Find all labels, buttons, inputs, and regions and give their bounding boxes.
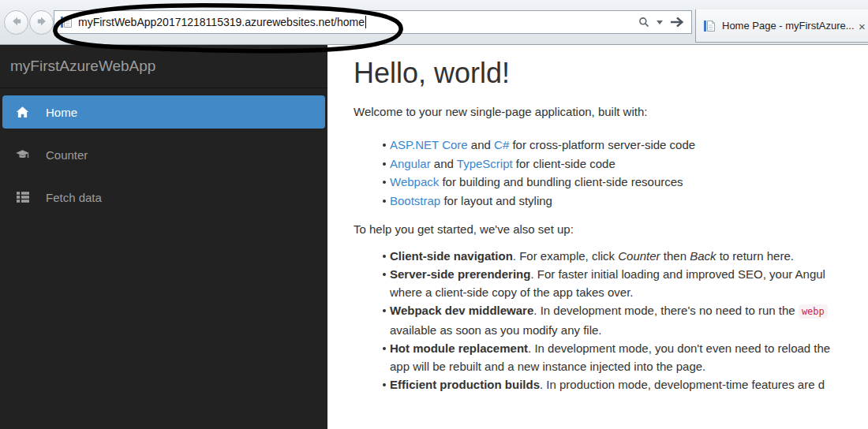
- graduation-cap-icon: [16, 148, 29, 162]
- tab-close-icon[interactable]: ×: [859, 20, 866, 32]
- link-bootstrap[interactable]: Bootstrap: [390, 194, 440, 207]
- list-line: where a client-side copy of the app take…: [390, 283, 868, 301]
- setup-intro-paragraph: To help you get started, we've also set …: [354, 221, 868, 237]
- list-line: Hot module replacement. In development m…: [390, 339, 868, 357]
- sidebar-item-label: Counter: [46, 148, 88, 162]
- browser-tab[interactable]: Home Page - myFirstAzure... ×: [695, 9, 868, 43]
- italic-text: Counter: [618, 249, 660, 263]
- sidebar-item-counter[interactable]: Counter: [2, 138, 325, 171]
- sidebar: myFirstAzureWebApp Home Counter Fetch da…: [0, 45, 327, 429]
- sidebar-item-label: Home: [46, 106, 77, 119]
- link-csharp[interactable]: C#: [494, 138, 509, 151]
- list-item: Efficient production builds. In producti…: [390, 375, 868, 394]
- italic-text: Back: [690, 249, 716, 263]
- home-icon: [16, 106, 29, 119]
- list-line: available as soon as you modify any file…: [390, 321, 868, 339]
- text-segment: for building and bundling client-side re…: [439, 175, 683, 188]
- text-segment: . In production mode, development-time f…: [540, 378, 825, 391]
- forward-button[interactable]: [29, 10, 54, 35]
- text-segment: then: [660, 249, 690, 263]
- link-angular[interactable]: Angular: [390, 157, 431, 170]
- text-segment: . For faster initial loading and improve…: [530, 267, 825, 281]
- text-segment: . In development mode, you don't even ne…: [528, 341, 830, 355]
- list-line: Server-side prerendering. For faster ini…: [390, 265, 868, 283]
- address-bar-input[interactable]: myFirstWebApp20171218115319.azurewebsite…: [54, 10, 692, 34]
- go-arrow-icon[interactable]: [669, 16, 685, 28]
- setup-list: Client-side navigation. For example, cli…: [354, 247, 868, 394]
- link-webpack[interactable]: Webpack: [390, 175, 439, 188]
- page-favicon: [60, 16, 73, 28]
- tab-favicon: [703, 20, 716, 32]
- text-segment: to return here.: [716, 249, 794, 263]
- list-line: Efficient production builds. In producti…: [390, 375, 868, 394]
- bold-text: Hot module replacement: [390, 341, 528, 355]
- forward-arrow-icon: [36, 15, 48, 30]
- link-aspnet-core[interactable]: ASP.NET Core: [390, 138, 468, 151]
- list-line: app will be rebuilt and a new instance i…: [390, 357, 868, 375]
- text-segment: and: [431, 157, 457, 170]
- tech-list: ASP.NET Core and C# for cross-platform s…: [354, 136, 868, 210]
- inline-code: webp: [799, 304, 828, 319]
- page-title: Hello, world!: [354, 58, 868, 89]
- list-item: Bootstrap for layout and styling: [390, 192, 868, 211]
- browser-chrome: myFirstWebApp20171218115319.azurewebsite…: [0, 0, 868, 45]
- bold-text: Client-side navigation: [390, 249, 513, 263]
- intro-paragraph: Welcome to your new single-page applicat…: [354, 103, 868, 120]
- sidebar-nav: Home Counter Fetch data: [0, 95, 327, 214]
- app-brand[interactable]: myFirstAzureWebApp: [0, 45, 327, 88]
- sidebar-item-home[interactable]: Home: [2, 95, 325, 129]
- main-content: Hello, world! Welcome to your new single…: [327, 45, 868, 429]
- bold-text: Efficient production builds: [390, 378, 540, 391]
- list-line: Client-side navigation. For example, cli…: [390, 247, 868, 265]
- text-segment: for layout and styling: [440, 194, 552, 207]
- search-icon[interactable]: [638, 17, 650, 28]
- back-arrow-icon: [10, 15, 23, 30]
- link-typescript[interactable]: TypeScript: [457, 157, 513, 170]
- list-item: Webpack dev middleware. In development m…: [390, 301, 868, 339]
- list-item: ASP.NET Core and C# for cross-platform s…: [390, 136, 868, 155]
- sidebar-item-label: Fetch data: [46, 191, 102, 204]
- text-segment: for cross-platform server-side code: [509, 138, 695, 151]
- sidebar-item-fetch-data[interactable]: Fetch data: [2, 181, 325, 214]
- list-item: Server-side prerendering. For faster ini…: [390, 265, 868, 301]
- tab-title: Home Page - myFirstAzure...: [722, 20, 855, 32]
- list-item: Angular and TypeScript for client-side c…: [390, 155, 868, 173]
- list-icon: [16, 191, 29, 204]
- text-segment: . For example, click: [513, 249, 618, 263]
- list-line: Webpack dev middleware. In development m…: [390, 301, 868, 321]
- search-dropdown-icon[interactable]: [657, 21, 663, 24]
- back-button[interactable]: [4, 10, 28, 35]
- text-segment: . In development mode, there's no need t…: [533, 304, 799, 317]
- list-item: Client-side navigation. For example, cli…: [390, 247, 868, 265]
- text-segment: for client-side code: [513, 157, 615, 170]
- list-item: Webpack for building and bundling client…: [390, 173, 868, 192]
- bold-text: Server-side prerendering: [390, 267, 530, 281]
- url-text: myFirstWebApp20171218115319.azurewebsite…: [78, 16, 365, 28]
- text-segment: and: [468, 138, 494, 151]
- address-bar-tools: [638, 12, 685, 32]
- list-item: Hot module replacement. In development m…: [390, 339, 868, 375]
- text-cursor: [365, 16, 366, 28]
- bold-text: Webpack dev middleware: [390, 304, 533, 317]
